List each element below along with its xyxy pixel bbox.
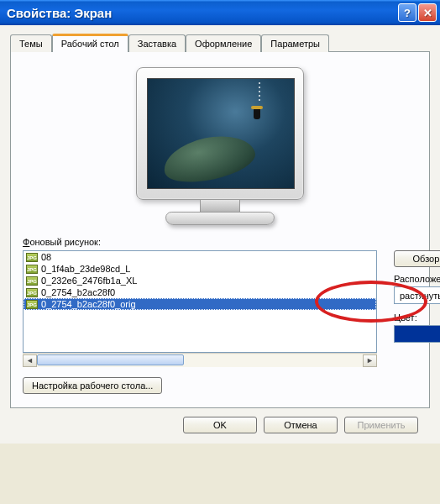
jpg-icon: JPG <box>26 276 38 286</box>
list-item-label: 0_2754_b2ac28f0_orig <box>41 299 136 309</box>
browse-button-label: Обзор... <box>413 254 440 264</box>
wallpaper-bubbles <box>259 82 260 102</box>
apply-button: Применить <box>344 417 418 433</box>
tab-themes[interactable]: Темы <box>10 34 52 52</box>
ok-button-label: OK <box>213 420 227 430</box>
titlebar: Свойства: Экран ? ✕ <box>0 0 440 25</box>
monitor-base <box>165 212 275 225</box>
position-label: Расположение: <box>394 274 440 284</box>
background-listbox[interactable]: JPG 08 JPG 0_1f4ab_23de98cd_L JPG 0_232e… <box>23 250 377 353</box>
close-button[interactable]: ✕ <box>418 3 437 22</box>
jpg-icon: JPG <box>26 288 38 297</box>
tab-appearance[interactable]: Оформление <box>186 34 261 52</box>
tab-settings[interactable]: Параметры <box>261 34 329 52</box>
list-item[interactable]: JPG 0_2754_b2ac28f0 <box>24 286 376 298</box>
monitor-icon <box>136 67 304 225</box>
tab-appearance-label: Оформление <box>195 39 252 49</box>
list-item[interactable]: JPG 0_1f4ab_23de98cd_L <box>24 263 376 275</box>
tab-settings-label: Параметры <box>270 39 320 49</box>
jpg-icon: JPG <box>26 300 38 309</box>
background-label: Фоновый рисунок: <box>23 237 417 247</box>
tab-desktop-label: Рабочий стол <box>61 39 119 49</box>
list-item-label: 08 <box>41 252 51 262</box>
apply-button-label: Применить <box>358 420 406 430</box>
list-item-label: 0_1f4ab_23de98cd_L <box>41 264 130 274</box>
close-icon: ✕ <box>423 7 432 19</box>
monitor-neck <box>200 200 240 212</box>
ok-button[interactable]: OK <box>183 417 257 433</box>
tab-desktop[interactable]: Рабочий стол <box>52 34 128 52</box>
monitor-preview <box>23 67 417 225</box>
color-label: Цвет: <box>394 312 440 323</box>
list-item[interactable]: JPG 0_232e6_2476fb1a_XL <box>24 275 376 286</box>
help-button[interactable]: ? <box>398 3 416 22</box>
scroll-track[interactable] <box>37 354 363 367</box>
list-item-label: 0_232e6_2476fb1a_XL <box>41 276 137 286</box>
window-title: Свойства: Экран <box>7 6 396 20</box>
dialog-buttons: OK Отмена Применить <box>10 408 430 433</box>
tab-strip: Темы Рабочий стол Заставка Оформление Па… <box>10 34 430 51</box>
wallpaper-submarine <box>160 129 259 189</box>
list-item[interactable]: JPG 08 <box>24 251 376 263</box>
browse-button[interactable]: Обзор... <box>394 250 440 267</box>
scroll-right-button[interactable]: ► <box>363 354 377 367</box>
tab-panel-desktop: Фоновый рисунок: JPG 08 JPG 0_1f4ab_23de… <box>10 51 430 408</box>
window-body: Темы Рабочий стол Заставка Оформление Па… <box>0 25 440 444</box>
tab-screensaver[interactable]: Заставка <box>128 34 186 52</box>
monitor-screen <box>147 78 295 189</box>
jpg-icon: JPG <box>26 253 38 262</box>
scroll-thumb[interactable] <box>37 354 184 365</box>
position-select[interactable]: растянуть <box>394 286 440 304</box>
list-item[interactable]: JPG 0_2754_b2ac28f0_orig <box>24 298 376 310</box>
customize-desktop-button[interactable]: Настройка рабочего стола... <box>23 377 162 394</box>
list-item-label: 0_2754_b2ac28f0 <box>41 287 115 297</box>
tab-screensaver-label: Заставка <box>138 39 176 49</box>
cancel-button[interactable]: Отмена <box>264 417 338 433</box>
monitor-bezel <box>136 67 304 200</box>
horizontal-scrollbar[interactable]: ◄ ► <box>23 353 377 367</box>
wallpaper-diver <box>249 102 265 126</box>
tab-themes-label: Темы <box>19 39 43 49</box>
jpg-icon: JPG <box>26 265 38 274</box>
cancel-button-label: Отмена <box>284 420 317 430</box>
scroll-left-button[interactable]: ◄ <box>23 354 37 367</box>
color-picker[interactable]: ▼ <box>394 325 440 343</box>
